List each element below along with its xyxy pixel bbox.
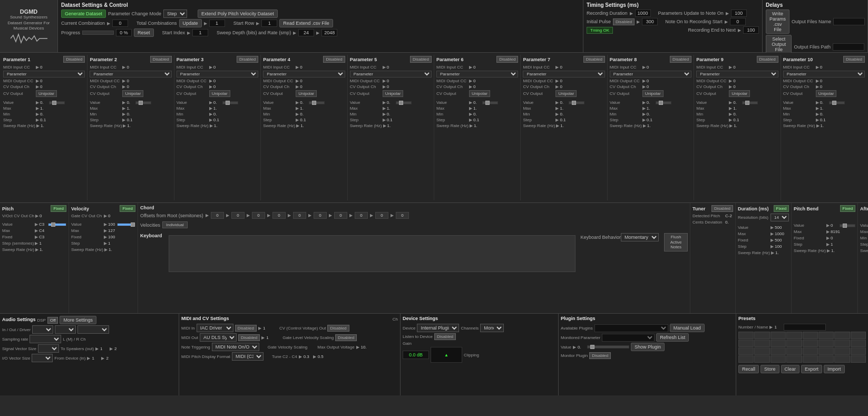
param-change-mode-select[interactable]: Step xyxy=(163,9,187,18)
monitor-plugin-btn[interactable]: Disabled xyxy=(589,352,611,359)
gate-level-status-btn[interactable]: Disabled xyxy=(335,334,357,341)
tuner-status-btn[interactable]: Disabled xyxy=(711,205,733,212)
preset-cell-9[interactable] xyxy=(738,340,754,347)
preset-cell-23[interactable] xyxy=(834,347,850,355)
param-10-status[interactable]: Disabled xyxy=(843,56,865,63)
preset-cell-8[interactable] xyxy=(851,332,866,339)
current-combination-arrow[interactable]: ▶ xyxy=(107,21,110,26)
preset-cell-7[interactable] xyxy=(834,332,850,339)
param-9-status[interactable]: Disabled xyxy=(757,56,778,63)
param-1-status[interactable]: Disabled xyxy=(63,56,85,63)
monitored-param-select[interactable] xyxy=(602,334,655,342)
preset-cell-20[interactable] xyxy=(786,347,802,355)
preset-cell-26[interactable] xyxy=(754,355,769,363)
unipolar-btn-9[interactable]: Unipolar xyxy=(729,90,750,97)
pitchbend-status-btn[interactable]: Fixed xyxy=(840,205,856,212)
device-select[interactable]: Internal Plugin xyxy=(417,324,459,332)
unipolar-btn-10[interactable]: Unipolar xyxy=(816,90,837,97)
resolution-select[interactable]: 14 xyxy=(771,214,789,221)
flush-active-notes-button[interactable]: FlushActiveNotes xyxy=(664,233,688,251)
total-value-arrow[interactable]: ▶ xyxy=(204,21,207,26)
generate-dataset-button[interactable]: Generate Dataset xyxy=(61,9,106,18)
value-slider-3[interactable] xyxy=(222,101,238,104)
param-6-status[interactable]: Disabled xyxy=(496,56,518,63)
preset-cell-27[interactable] xyxy=(771,355,786,363)
param-7-status[interactable]: Disabled xyxy=(583,56,605,63)
initial-pulse-btn[interactable]: Disabled xyxy=(613,18,635,25)
param-7-type-select[interactable]: Parameter xyxy=(523,71,604,78)
value-slider-7[interactable] xyxy=(569,101,584,104)
driver-select-2[interactable] xyxy=(55,325,76,334)
preset-cell-4[interactable] xyxy=(786,332,802,339)
param-8-type-select[interactable]: Parameter xyxy=(610,71,691,78)
preset-cell-12[interactable] xyxy=(786,340,802,347)
write-params-button[interactable]: Write Params .csv File xyxy=(766,9,789,34)
keyboard-behavior-select[interactable]: Momentary xyxy=(621,233,659,241)
unipolar-btn-6[interactable]: Unipolar xyxy=(469,90,490,97)
refresh-list-button[interactable]: Refresh List xyxy=(656,333,689,342)
param-1-type-select[interactable]: Parameter xyxy=(3,71,85,78)
value-slider[interactable] xyxy=(49,101,65,104)
cv-out-status-btn[interactable]: Disabled xyxy=(327,325,349,332)
param-8-status[interactable]: Disabled xyxy=(670,56,691,63)
preset-cell-18[interactable] xyxy=(754,347,769,355)
available-plugins-select[interactable] xyxy=(594,324,668,332)
midi-in-status-btn[interactable]: Disabled xyxy=(235,325,257,332)
param-2-type-select[interactable]: Parameter xyxy=(90,71,171,78)
preset-cell-32[interactable] xyxy=(851,355,866,363)
preset-cell-15[interactable] xyxy=(834,340,850,347)
channels-select[interactable]: Mono xyxy=(480,324,504,332)
update-button[interactable]: Update xyxy=(179,19,202,27)
read-extend-button[interactable]: Read Extend .csv File xyxy=(279,19,333,27)
preset-cell-2[interactable] xyxy=(754,332,769,339)
value-slider-4[interactable] xyxy=(309,101,325,104)
output-files-path-input[interactable] xyxy=(833,43,864,51)
value-slider-2[interactable] xyxy=(135,101,151,104)
preset-cell-21[interactable] xyxy=(803,347,818,355)
preset-cell-11[interactable] xyxy=(771,340,786,347)
preset-cell-24[interactable] xyxy=(851,347,866,355)
preset-cell-13[interactable] xyxy=(803,340,818,347)
manual-load-button[interactable]: Manual Load xyxy=(670,324,705,332)
pitchbend-value-slider[interactable] xyxy=(840,224,855,227)
preset-cell-10[interactable] xyxy=(754,340,769,347)
driver-select-1[interactable] xyxy=(32,325,53,334)
driver-select-3[interactable] xyxy=(77,325,109,334)
unipolar-btn-8[interactable]: Unipolar xyxy=(642,90,664,97)
sampling-rate-select[interactable] xyxy=(30,335,61,343)
param-3-status[interactable]: Disabled xyxy=(237,56,258,63)
preset-cell-31[interactable] xyxy=(834,355,850,363)
value-slider-10[interactable] xyxy=(829,101,845,104)
preset-cell-30[interactable] xyxy=(818,355,834,363)
note-triggering-select[interactable]: MIDI Note On/Off xyxy=(212,343,259,351)
param-5-status[interactable]: Disabled xyxy=(410,56,432,63)
preset-cell-19[interactable] xyxy=(771,347,786,355)
unipolar-btn-3[interactable]: Unipolar xyxy=(209,90,230,97)
clear-button[interactable]: Clear xyxy=(781,365,800,373)
param-6-type-select[interactable]: Parameter xyxy=(436,71,518,78)
unipolar-btn[interactable]: Unipolar xyxy=(36,90,57,97)
export-button[interactable]: Export xyxy=(801,365,822,373)
param-2-status[interactable]: Disabled xyxy=(150,56,172,63)
recall-button[interactable]: Recall xyxy=(738,365,759,373)
preset-cell-29[interactable] xyxy=(803,355,818,363)
reset-button[interactable]: Reset xyxy=(134,28,154,37)
unipolar-btn-7[interactable]: Unipolar xyxy=(555,90,577,97)
preset-cell-16[interactable] xyxy=(851,340,866,347)
param-3-type-select[interactable]: Parameter xyxy=(177,71,258,78)
value-slider-9[interactable] xyxy=(742,101,758,104)
more-settings-button[interactable]: More Settings xyxy=(60,316,96,324)
signal-vector-select[interactable] xyxy=(38,344,59,353)
midi-out-driver-select[interactable]: AU DLS Syn... xyxy=(200,333,237,342)
value-slider-8[interactable] xyxy=(656,101,671,104)
preset-cell-28[interactable] xyxy=(786,355,802,363)
preset-cell-6[interactable] xyxy=(818,332,834,339)
keyboard-container[interactable]: // Will be drawn inline xyxy=(169,235,576,272)
param-10-type-select[interactable]: Parameter xyxy=(783,71,865,78)
import-button[interactable]: Import xyxy=(824,365,845,373)
output-files-name-input[interactable] xyxy=(833,18,865,25)
midi-out-status-btn[interactable]: Disabled xyxy=(238,334,260,341)
store-button[interactable]: Store xyxy=(760,365,779,373)
show-plugin-button[interactable]: Show Plugin xyxy=(631,343,665,351)
duration-status-btn[interactable]: Fixed xyxy=(774,205,789,212)
